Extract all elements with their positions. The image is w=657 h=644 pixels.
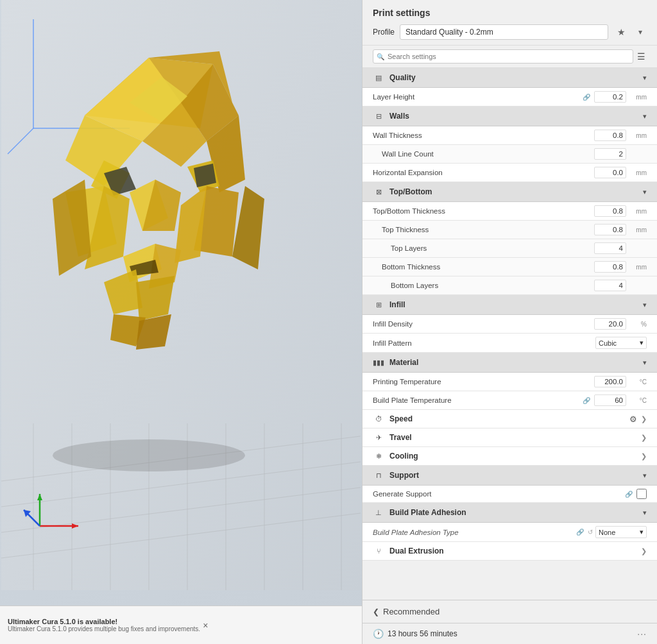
walls-section-header[interactable]: ⊟ Walls ▾ <box>363 106 657 126</box>
support-chevron-icon: ▾ <box>643 471 647 480</box>
profile-row: Profile Standard Quality - 0.2mm ★ ▾ <box>373 24 647 40</box>
layer-height-link-icon: 🔗 <box>583 94 590 101</box>
cooling-section-label: Cooling <box>389 452 641 461</box>
top-thickness-label: Top Thickness <box>382 226 594 233</box>
top-bottom-section-header[interactable]: ⊠ Top/Bottom ▾ <box>363 182 657 202</box>
infill-section-header[interactable]: ⊞ Infill ▾ <box>363 295 657 315</box>
material-section-header[interactable]: ▮▮▮ Material ▾ <box>363 353 657 373</box>
adhesion-section-label: Build Plate Adhesion <box>389 508 643 517</box>
travel-section-label: Travel <box>389 433 641 442</box>
top-bottom-section-label: Top/Bottom <box>389 187 643 196</box>
profile-label: Profile <box>373 28 395 37</box>
speed-gear-icon[interactable]: ⚙ <box>629 414 637 424</box>
adhesion-chevron-icon: ▾ <box>643 509 647 517</box>
dual-extrusion-chevron-icon: ❯ <box>641 547 647 555</box>
speed-section-header[interactable]: ⏱ Speed ⚙ ❯ <box>363 410 657 428</box>
generate-support-checkbox[interactable] <box>636 489 647 499</box>
wall-thickness-unit: mm <box>629 132 647 139</box>
settings-menu-icon[interactable]: ☰ <box>636 50 647 63</box>
adhesion-type-value: None <box>599 529 615 536</box>
generate-support-row: Generate Support 🔗 <box>363 486 657 503</box>
adhesion-icon: ⊥ <box>373 507 384 518</box>
layer-height-unit: mm <box>629 94 647 101</box>
notification-close-button[interactable]: × <box>200 620 210 631</box>
speed-chevron-icon: ❯ <box>641 415 647 423</box>
notification-title: Ultimaker Cura 5.1.0 is available! <box>8 618 200 625</box>
infill-density-unit: % <box>629 321 647 328</box>
top-bottom-thickness-row: Top/Bottom Thickness mm <box>363 202 657 221</box>
infill-pattern-chevron-icon: ▾ <box>640 339 644 347</box>
bottom-thickness-value[interactable] <box>594 261 626 273</box>
search-input[interactable] <box>373 49 633 64</box>
adhesion-type-row: Build Plate Adhesion Type 🔗 ↺ None ▾ <box>363 523 657 542</box>
build-plate-adhesion-section-header[interactable]: ⊥ Build Plate Adhesion ▾ <box>363 503 657 523</box>
travel-section-header[interactable]: ✈ Travel ❯ <box>363 428 657 447</box>
infill-chevron-icon: ▾ <box>643 301 647 309</box>
wall-line-count-label: Wall Line Count <box>382 150 594 158</box>
adhesion-type-undo-icon[interactable]: ↺ <box>588 529 593 536</box>
adhesion-type-chevron-icon: ▾ <box>640 528 644 536</box>
bottom-layers-label: Bottom Layers <box>391 282 594 289</box>
infill-pattern-select[interactable]: Cubic ▾ <box>595 337 647 349</box>
travel-chevron-icon: ❯ <box>641 434 647 442</box>
bottom-thickness-row: Bottom Thickness mm <box>363 258 657 276</box>
horizontal-expansion-value[interactable] <box>594 167 626 178</box>
bottom-thickness-label: Bottom Thickness <box>382 263 594 271</box>
quality-section-header[interactable]: ▤ Quality ▾ <box>363 68 657 88</box>
infill-pattern-value: Cubic <box>599 339 617 347</box>
dual-extrusion-icon: ⑂ <box>373 545 384 557</box>
material-section-label: Material <box>389 358 643 367</box>
profile-select-button[interactable]: Standard Quality - 0.2mm <box>400 24 608 40</box>
speed-section-label: Speed <box>389 414 629 423</box>
horizontal-expansion-label: Horizontal Expansion <box>373 169 594 176</box>
bottom-layers-value[interactable] <box>594 280 626 291</box>
clock-icon: 🕐 <box>373 629 384 639</box>
top-thickness-value[interactable] <box>594 224 626 235</box>
recommended-chevron-icon: ❮ <box>373 607 379 616</box>
wall-line-count-value[interactable] <box>594 148 626 160</box>
walls-section-label: Walls <box>389 112 643 121</box>
travel-icon: ✈ <box>373 432 384 443</box>
build-plate-temperature-value[interactable] <box>594 394 626 406</box>
quality-chevron-icon: ▾ <box>643 74 647 82</box>
top-bottom-thickness-value[interactable] <box>594 205 626 217</box>
top-layers-row: Top Layers <box>363 239 657 258</box>
time-more-icon: ··· <box>637 629 647 639</box>
printing-temperature-row: Printing Temperature °C <box>363 373 657 391</box>
adhesion-type-select[interactable]: None ▾ <box>595 526 647 538</box>
notification-bar: Ultimaker Cura 5.1.0 is available! Ultim… <box>0 606 362 644</box>
search-row: 🔍 ☰ <box>363 46 657 68</box>
settings-content: ▤ Quality ▾ Layer Height 🔗 mm ⊟ Walls ▾ … <box>363 68 657 600</box>
layer-height-value[interactable] <box>594 91 626 103</box>
dual-extrusion-section-header[interactable]: ⑂ Dual Extrusion ❯ <box>363 542 657 561</box>
build-plate-temp-link-icon: 🔗 <box>583 397 590 404</box>
profile-favorite-button[interactable]: ★ <box>613 24 629 40</box>
printing-temperature-value[interactable] <box>594 376 626 387</box>
notification-subtitle: Ultimaker Cura 5.1.0 provides multiple b… <box>8 625 200 632</box>
profile-chevron-button[interactable]: ▾ <box>634 24 647 40</box>
wall-thickness-label: Wall Thickness <box>373 131 594 139</box>
support-icon: ⊓ <box>373 470 384 481</box>
infill-section-label: Infill <box>389 300 643 309</box>
horizontal-expansion-row: Horizontal Expansion mm <box>363 164 657 182</box>
bottom-thickness-unit: mm <box>629 264 647 271</box>
layer-height-label: Layer Height <box>373 93 583 101</box>
infill-icon: ⊞ <box>373 299 384 310</box>
svg-point-17 <box>53 439 245 471</box>
adhesion-type-label: Build Plate Adhesion Type <box>373 529 576 536</box>
recommended-button[interactable]: ❮ Recommended <box>363 600 657 623</box>
wall-line-count-row: Wall Line Count <box>363 145 657 164</box>
panel-title: Print settings <box>373 8 647 18</box>
infill-density-label: Infill Density <box>373 320 594 328</box>
cooling-chevron-icon: ❯ <box>641 452 647 461</box>
time-bar: 🕐 13 hours 56 minutes ··· <box>363 623 657 644</box>
layer-height-row: Layer Height 🔗 mm <box>363 88 657 106</box>
cooling-section-header[interactable]: ❄ Cooling ❯ <box>363 447 657 466</box>
support-section-header[interactable]: ⊓ Support ▾ <box>363 466 657 486</box>
walls-chevron-icon: ▾ <box>643 112 647 121</box>
top-layers-value[interactable] <box>594 242 626 254</box>
material-icon: ▮▮▮ <box>373 357 384 368</box>
wall-thickness-value[interactable] <box>594 130 626 141</box>
infill-density-value[interactable] <box>594 318 626 330</box>
support-section-label: Support <box>389 471 643 480</box>
